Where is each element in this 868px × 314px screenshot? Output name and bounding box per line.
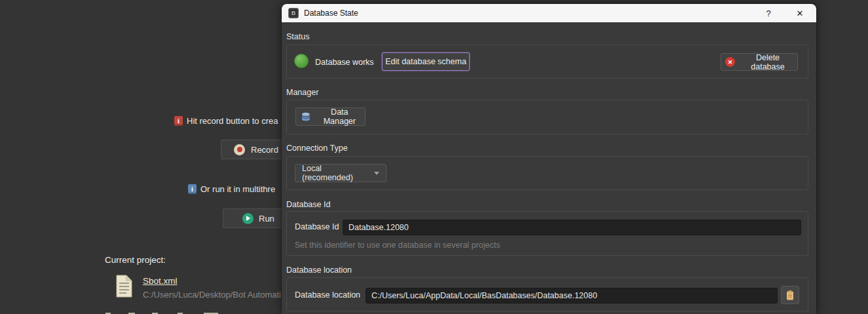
database-location-field-label: Database location	[295, 290, 360, 300]
chevron-down-icon	[374, 172, 379, 175]
run-hint: i Or run it in multithre	[188, 184, 275, 194]
database-state-dialog: B Database State ? ✕ Status Database wor…	[282, 4, 816, 314]
dialog-title: Database State	[304, 9, 358, 18]
close-button[interactable]: ✕	[790, 9, 810, 18]
play-icon	[242, 213, 254, 224]
database-location-section-box: Database location	[286, 277, 808, 311]
status-section-box: Database works Edit database schema ✕ De…	[286, 45, 808, 79]
status-ok-icon	[294, 54, 309, 68]
database-location-section-label: Database location	[286, 265, 352, 275]
database-location-input[interactable]	[366, 288, 778, 304]
current-project-label: Current project:	[105, 255, 166, 265]
document-icon	[116, 275, 132, 298]
status-section-label: Status	[286, 32, 309, 41]
database-id-field-label: Database Id	[295, 222, 339, 231]
database-id-section-label: Database Id	[286, 200, 330, 209]
connection-type-section-box: Local (recomended)	[286, 156, 808, 190]
dialog-titlebar[interactable]: B Database State ? ✕	[282, 4, 816, 22]
manager-section-label: Manager	[286, 88, 318, 97]
manager-section-box: Data Manager	[286, 100, 808, 134]
record-button-label: Record	[251, 145, 278, 155]
record-hint-text: Hit record button to crea	[187, 116, 278, 126]
status-text: Database works	[315, 58, 374, 67]
connection-type-section-label: Connection Type	[286, 144, 348, 153]
screen: i Hit record button to crea Record i Or …	[0, 0, 868, 314]
connection-type-select[interactable]: Local (recomended)	[295, 164, 387, 182]
record-hint: i Hit record button to crea	[174, 116, 278, 126]
run-button-label: Run	[259, 214, 274, 224]
edit-database-schema-button[interactable]: Edit database schema	[382, 52, 470, 71]
delete-database-button[interactable]: ✕ Delete database	[721, 53, 798, 71]
database-icon	[301, 111, 311, 122]
record-icon	[234, 144, 245, 155]
info-blue-icon: i	[188, 184, 197, 194]
delete-x-icon: ✕	[725, 57, 735, 67]
database-id-input[interactable]	[343, 220, 801, 235]
database-id-helper-text: Set this identifier to use one database …	[295, 241, 500, 250]
delete-database-label: Delete database	[738, 53, 797, 71]
run-hint-text: Or run it in multithre	[200, 184, 275, 194]
connection-type-selected: Local (recomended)	[302, 164, 368, 182]
app-icon: B	[288, 8, 299, 18]
database-id-section-box: Database Id Set this identifier to use o…	[286, 211, 808, 256]
data-manager-button[interactable]: Data Manager	[295, 108, 366, 126]
browse-location-button[interactable]	[781, 286, 799, 304]
project-file-path: C:/Users/Luca/Desktop/Bot Automati	[143, 290, 281, 300]
project-file-link[interactable]: Sbot.xml	[143, 276, 178, 286]
alert-red-icon: i	[174, 116, 183, 126]
clipboard-icon	[785, 290, 795, 301]
help-button[interactable]: ?	[759, 9, 778, 18]
data-manager-label: Data Manager	[314, 108, 365, 126]
run-button[interactable]: Run	[223, 208, 288, 228]
